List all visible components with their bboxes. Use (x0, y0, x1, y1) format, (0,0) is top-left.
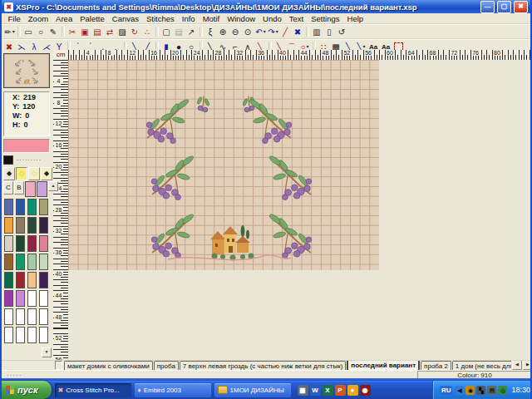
separator[interactable] (155, 27, 159, 37)
menu-item[interactable]: Info (178, 14, 199, 23)
dark-red-circle-app-icon[interactable]: ◉ (360, 385, 371, 396)
palette-swatch[interactable] (16, 308, 25, 325)
rotate-block-button[interactable]: ↻ (129, 26, 141, 37)
taskbar-task-button[interactable]: ✖ Cross Stitch Pro... (55, 383, 131, 397)
zoom-actual-button[interactable]: ⊙ (242, 26, 254, 37)
tab-scroll-right-button[interactable]: ▶ (523, 360, 532, 370)
zoom-out-button[interactable]: ⊖ (229, 26, 242, 37)
restore-button[interactable]: ▢ (497, 1, 511, 13)
palette-swatch[interactable] (39, 290, 48, 307)
stitch-mode-button[interactable]: ◆ (3, 167, 15, 180)
copy-block-button[interactable]: ▣ (79, 26, 91, 37)
printer-tray-icon[interactable]: ▤ (487, 386, 496, 395)
display-tray-icon[interactable]: ▚ (476, 386, 485, 395)
undo-button[interactable]: ↶ ▾ (254, 26, 267, 37)
scatter-stitches-button[interactable]: ∴ (141, 26, 154, 37)
media-back-tray-icon[interactable]: ◀ (455, 386, 464, 395)
stitch-mode-button[interactable]: ◇ (28, 167, 40, 180)
menu-item[interactable]: File (4, 14, 24, 23)
palette-swatch[interactable] (27, 254, 37, 270)
start-button[interactable]: пуск (0, 381, 52, 399)
palette-swatch[interactable] (27, 290, 37, 307)
taskbar-task-button[interactable]: ♦ Embird 2003 (135, 383, 211, 397)
palette-swatch[interactable] (4, 327, 13, 343)
current-thread-color[interactable] (3, 139, 50, 153)
minimize-button[interactable]: — (480, 1, 495, 13)
gold-coin-tray-icon[interactable]: ◉ (466, 386, 475, 395)
paste-block-button[interactable]: ▤ (91, 26, 104, 37)
gold-circle-app-icon[interactable]: ● (347, 385, 358, 396)
lasso-select-button[interactable]: ○ (35, 26, 47, 37)
palette-swatch[interactable] (39, 254, 48, 270)
palette-swatch[interactable] (39, 217, 48, 234)
colour-mode-button[interactable]: C (3, 181, 13, 195)
palette-swatch[interactable] (16, 290, 25, 307)
tab-scroll-left-button[interactable]: ◀ (512, 360, 522, 370)
palette-swatch[interactable] (39, 308, 48, 325)
taskbar-task-button[interactable]: 1МОИ ДИЗАЙНЫ (214, 383, 291, 397)
palette-swatch[interactable] (16, 199, 25, 215)
menu-item[interactable]: Zoom (24, 14, 52, 23)
separator[interactable] (306, 27, 309, 37)
menu-item[interactable]: Text (285, 14, 307, 23)
palette-swatch[interactable] (4, 254, 13, 270)
pen-button[interactable]: ╱ (279, 26, 292, 37)
freehand-select-button[interactable]: ✎ (47, 26, 60, 37)
mirror-block-button[interactable]: ⇄ (104, 26, 116, 37)
design-preview[interactable] (3, 53, 50, 88)
palette-swatch[interactable] (39, 327, 48, 343)
orange-app-icon[interactable]: P (335, 385, 346, 396)
cut-block-button[interactable]: ✂ (66, 26, 79, 37)
excel-app-icon[interactable]: X (323, 385, 333, 396)
menu-item[interactable]: Settings (308, 14, 343, 23)
word-app-icon[interactable]: W (310, 385, 321, 396)
separator[interactable] (62, 27, 65, 37)
pencil-tool-button[interactable]: ✏ ▾ (3, 26, 16, 37)
delete-button[interactable]: ✖ (292, 26, 304, 37)
thread-button[interactable]: ξ (204, 26, 217, 37)
pointer-button[interactable]: ↗ (185, 26, 198, 37)
palette-swatch[interactable] (16, 327, 25, 343)
separator[interactable] (17, 27, 21, 37)
menu-item[interactable]: Area (52, 14, 76, 23)
separator[interactable] (200, 27, 203, 37)
palette-swatch[interactable] (4, 308, 13, 325)
palette-swatch[interactable] (27, 327, 37, 343)
menu-item[interactable]: Window (224, 14, 259, 23)
palette-swatch[interactable] (4, 290, 13, 307)
palette-scroll-up-button[interactable]: ▲ (48, 181, 58, 191)
menu-item[interactable]: Motif (199, 14, 224, 23)
blend-mode-button[interactable]: B (14, 181, 24, 195)
screen-view-button[interactable]: ▢ (160, 26, 173, 37)
menu-item[interactable]: Stitches (142, 14, 178, 23)
calculator-app-icon[interactable]: ▦ (298, 385, 308, 396)
close-button[interactable]: ✖ (514, 1, 528, 13)
palette-swatch[interactable] (16, 254, 25, 270)
cb-swatch[interactable] (37, 181, 47, 197)
export-button[interactable]: ▤ (173, 26, 185, 37)
cb-swatch[interactable] (25, 181, 36, 197)
palette-swatch[interactable] (16, 235, 25, 252)
palette-swatch[interactable] (4, 272, 13, 288)
stitch-mode-button[interactable]: ◇ (16, 167, 27, 180)
symbol-swatch[interactable] (3, 155, 13, 165)
palette-swatch[interactable] (39, 235, 48, 252)
redo-button[interactable]: ↷ ▾ (267, 26, 279, 37)
zoom-in-button[interactable]: ⊕ (217, 26, 229, 37)
design-canvas[interactable] (68, 60, 379, 270)
pattern-block-button[interactable]: ▨ (116, 26, 129, 37)
network-tray-icon[interactable]: ◎ (498, 386, 507, 395)
palette-swatch[interactable] (4, 199, 13, 215)
rect-select-button[interactable]: ▭ (22, 26, 35, 37)
menu-item[interactable]: Palette (76, 14, 109, 23)
menu-item[interactable]: Canvas (108, 14, 142, 23)
new-page-button[interactable]: ▯ (323, 26, 336, 37)
palette-swatch[interactable] (16, 217, 25, 234)
palette-swatch[interactable] (27, 235, 37, 252)
palette-swatch[interactable] (39, 272, 48, 288)
language-indicator[interactable]: RU (440, 386, 453, 395)
menu-item[interactable]: Help (343, 14, 367, 23)
rotate-canvas-button[interactable]: ↺ (336, 26, 348, 37)
palette-scroll-down-button[interactable]: ▼ (42, 347, 52, 357)
palette-swatch[interactable] (27, 199, 37, 215)
